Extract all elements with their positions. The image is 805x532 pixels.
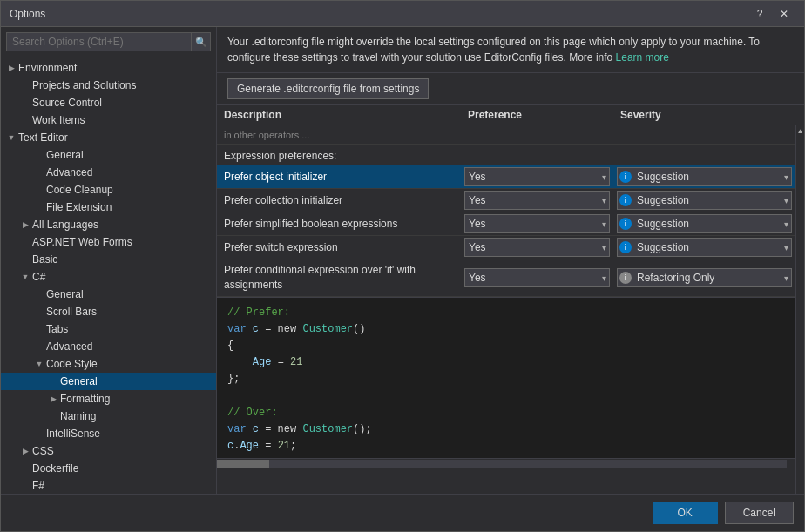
sidebar-item-label: Naming <box>60 410 96 422</box>
sidebar-item-cs-cs-general[interactable]: General <box>1 373 216 390</box>
ok-button[interactable]: OK <box>653 502 718 524</box>
horizontal-scrollbar-thumb[interactable] <box>217 460 269 468</box>
code-line: // Prefer: <box>227 305 785 321</box>
search-icon[interactable]: 🔍 <box>192 32 211 51</box>
sidebar-item-all-languages[interactable]: ▶ All Languages <box>1 216 216 233</box>
sidebar-item-cs-cs-formatting[interactable]: ▶ Formatting <box>1 390 216 407</box>
severity-select[interactable]: SuggestionWarningError <box>617 214 792 233</box>
table-header: Description Preference Severity <box>217 105 804 125</box>
preference-select[interactable]: YesNo <box>464 238 610 257</box>
right-scrollbar[interactable]: ▲ <box>795 125 804 494</box>
severity-select[interactable]: SuggestionWarningError <box>617 238 792 257</box>
sidebar-item-fsharp[interactable]: F# <box>1 477 216 494</box>
sidebar-item-cs-general[interactable]: General <box>1 286 216 303</box>
gen-btn-bar: Generate .editorconfig file from setting… <box>217 73 804 105</box>
sidebar-item-label: File Extension <box>46 201 112 213</box>
help-button[interactable]: ? <box>748 5 771 23</box>
sidebar-item-te-code-cleanup[interactable]: Code Cleanup <box>1 181 216 199</box>
sidebar-item-cs-advanced[interactable]: Advanced <box>1 338 216 355</box>
sidebar-item-te-advanced[interactable]: Advanced <box>1 164 216 181</box>
code-line <box>227 388 785 405</box>
truncated-text: in other operators ... <box>224 130 309 140</box>
sidebar-item-cs-tabs[interactable]: Tabs <box>1 320 216 338</box>
sidebar-item-source-control[interactable]: Source Control <box>1 94 216 111</box>
code-line: { <box>227 338 785 354</box>
arrow-icon: ▶ <box>46 394 60 403</box>
sidebar-item-csharp[interactable]: ▼ C# <box>1 268 216 286</box>
sidebar-item-dockerfile[interactable]: Dockerfile <box>1 460 216 477</box>
bottom-scrollbar[interactable] <box>217 458 795 468</box>
sidebar-item-cs-codestyle[interactable]: ▼ Code Style <box>1 355 216 373</box>
setting-row-prefer-switch-expr[interactable]: Prefer switch expression YesNo <box>217 236 795 259</box>
setting-row-prefer-conditional[interactable]: Prefer conditional expression over 'if' … <box>217 259 795 297</box>
sidebar-item-label: Tabs <box>46 323 68 335</box>
arrow-icon: ▼ <box>32 360 46 368</box>
sidebar-item-projects[interactable]: Projects and Solutions <box>1 77 216 94</box>
info-bar: Your .editorconfig file might override t… <box>217 27 804 73</box>
preference-select[interactable]: YesNo <box>464 268 610 287</box>
scroll-up-arrow[interactable]: ▲ <box>797 127 804 134</box>
arrow-icon: ▶ <box>18 447 32 455</box>
code-vscrollbar[interactable] <box>787 298 795 458</box>
close-button[interactable]: ✕ <box>773 5 795 23</box>
setting-preference: YesNo <box>461 167 613 186</box>
preference-select[interactable]: YesNo <box>464 191 610 210</box>
sidebar-item-cs-cs-naming[interactable]: Naming <box>1 407 216 425</box>
arrow-icon: ▼ <box>18 273 32 281</box>
sidebar-item-label: CSS <box>32 445 54 457</box>
search-input[interactable] <box>6 32 192 51</box>
preference-dropdown-wrapper: YesNo <box>464 268 610 287</box>
setting-row-prefer-object-init[interactable]: Prefer object initializer YesNo <box>217 165 795 189</box>
severity-dropdown-wrapper: i SuggestionWarningError <box>617 167 792 186</box>
setting-severity: i SuggestionWarningError <box>613 238 795 257</box>
sidebar-item-text-editor[interactable]: ▼ Text Editor <box>1 129 216 146</box>
sidebar-item-label: Advanced <box>46 340 92 353</box>
severity-dropdown-wrapper: i Refactoring OnlySuggestionWarning <box>617 268 792 287</box>
truncated-row: in other operators ... <box>217 125 795 145</box>
setting-row-prefer-simplified-bool[interactable]: Prefer simplified boolean expressions Ye… <box>217 212 795 236</box>
header-preference: Preference <box>468 109 620 121</box>
generate-editorconfig-button[interactable]: Generate .editorconfig file from setting… <box>227 78 429 99</box>
preference-select[interactable]: YesNo <box>464 214 610 233</box>
sidebar-item-label: General <box>46 288 84 300</box>
cancel-button[interactable]: Cancel <box>725 502 794 524</box>
severity-select[interactable]: SuggestionWarningError <box>617 167 792 186</box>
sidebar-item-label: Dockerfile <box>32 462 78 475</box>
sidebar-item-label: IntelliSense <box>46 428 100 440</box>
sidebar-item-css[interactable]: ▶ CSS <box>1 442 216 460</box>
sidebar-item-label: Environment <box>18 62 77 74</box>
section-label: Expression preferences: <box>217 145 795 165</box>
sidebar-item-label: Projects and Solutions <box>32 79 136 91</box>
sidebar-item-label: Scroll Bars <box>46 306 97 318</box>
sidebar-item-work-items[interactable]: Work Items <box>1 111 216 129</box>
dialog-title: Options <box>10 8 45 20</box>
code-line: var c = new Customer(); <box>227 421 785 438</box>
options-dialog: Options ? ✕ 🔍 ▶ Environment Projects <box>0 0 805 532</box>
code-line: }; <box>227 371 785 387</box>
sidebar-item-aspnet[interactable]: ASP.NET Web Forms <box>1 233 216 251</box>
setting-severity: i SuggestionWarningError <box>613 191 795 210</box>
sidebar-item-te-file-ext[interactable]: File Extension <box>1 199 216 216</box>
code-content: // Prefer: var c = new Customer() { Age … <box>217 298 795 458</box>
sidebar-item-basic[interactable]: Basic <box>1 251 216 268</box>
severity-select[interactable]: SuggestionWarningError <box>617 191 792 210</box>
sidebar-item-label: Source Control <box>32 97 102 109</box>
learn-more-link[interactable]: Learn more <box>616 51 669 64</box>
setting-preference: YesNo <box>461 238 613 257</box>
sidebar-item-environment[interactable]: ▶ Environment <box>1 59 216 77</box>
setting-description: Prefer switch expression <box>217 239 461 257</box>
sidebar-item-cs-scrollbars[interactable]: Scroll Bars <box>1 303 216 320</box>
sidebar-item-label: General <box>60 375 98 387</box>
sidebar-item-label: Formatting <box>60 393 110 405</box>
preference-select[interactable]: YesNo <box>464 167 610 186</box>
setting-row-prefer-collection-init[interactable]: Prefer collection initializer YesNo <box>217 189 795 212</box>
severity-select[interactable]: Refactoring OnlySuggestionWarning <box>617 268 792 287</box>
sidebar-item-label: Advanced <box>46 166 92 178</box>
sidebar-item-cs-intellisense[interactable]: IntelliSense <box>1 425 216 442</box>
setting-description: Prefer conditional expression over 'if' … <box>217 261 461 294</box>
sidebar-item-te-general[interactable]: General <box>1 146 216 164</box>
code-preview: // Prefer: var c = new Customer() { Age … <box>217 297 795 458</box>
tree-container: ▶ Environment Projects and Solutions Sou… <box>1 57 216 494</box>
preference-dropdown-wrapper: YesNo <box>464 214 610 233</box>
preference-dropdown-wrapper: YesNo <box>464 167 610 186</box>
